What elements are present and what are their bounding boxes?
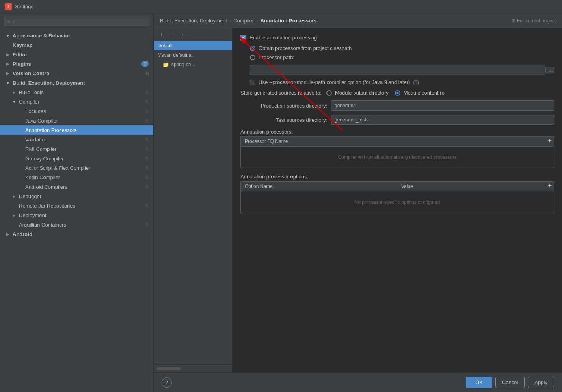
annotation-processor-options-section: Annotation processor options: Option Nam… <box>240 174 554 213</box>
sidebar-item-excludes[interactable]: Excludes ⎘ <box>0 106 153 116</box>
remove-processor-button[interactable]: − <box>167 30 176 39</box>
sidebar-item-kotlin-compiler[interactable]: Kotlin Compiler ⎘ <box>0 173 153 182</box>
sidebar-item-validation[interactable]: Validation ⎘ <box>0 135 153 144</box>
title-bar: I Settings <box>0 0 562 13</box>
apply-button[interactable]: Apply <box>528 377 554 388</box>
expand-arrow-icon <box>17 136 24 143</box>
copy-icon: ⎘ <box>146 203 149 208</box>
processor-list-item-default[interactable]: Default <box>154 41 232 50</box>
expand-arrow-icon: ▼ <box>5 80 11 86</box>
annotation-processors-title: Annotation processors: <box>240 129 554 135</box>
module-content-label[interactable]: Module content ro <box>395 90 445 96</box>
test-sources-input[interactable] <box>331 115 554 125</box>
right-panel: Build, Execution, Deployment › Compiler … <box>154 13 562 392</box>
sidebar-item-rmi-compiler[interactable]: RMI Compiler ⎘ <box>0 144 153 154</box>
module-output-label[interactable]: Module output directory <box>326 90 389 96</box>
expand-arrow-icon: ▶ <box>11 193 17 199</box>
obtain-from-classpath-radio[interactable] <box>250 46 255 51</box>
sidebar-item-arquillian[interactable]: Arquillian Containers ⎘ <box>0 220 153 229</box>
copy-icon: ⎘ <box>146 147 149 151</box>
search-box[interactable]: ⌕ <box>4 17 149 26</box>
expand-arrow-icon <box>17 127 24 133</box>
breadcrumb-sep2: › <box>256 18 258 24</box>
processor-options-empty-row: No processor-specific options configured <box>241 191 554 213</box>
annotation-processor-options-table-wrapper: Option Name Value No processor-specific … <box>240 181 554 213</box>
enable-annotation-processing-checkbox[interactable] <box>240 35 246 41</box>
app-icon: I <box>5 3 12 10</box>
expand-arrow-icon: ▼ <box>11 98 17 105</box>
value-header: Value <box>397 182 554 191</box>
expand-arrow-icon <box>5 42 11 48</box>
processor-path-input[interactable] <box>250 65 545 75</box>
module-content-radio[interactable] <box>395 90 400 96</box>
main-content: ⌕ ▼ Appearance & Behavior Keymap ▶ Edito… <box>0 13 562 392</box>
sidebar-item-build-execution[interactable]: ▼ Build, Execution, Deployment <box>0 78 153 87</box>
split-panel: + − → Default Maven default a… 📁 <box>154 28 562 372</box>
navigate-processor-button[interactable]: → <box>177 30 186 39</box>
processor-path-radio[interactable] <box>250 55 255 60</box>
expand-arrow-icon <box>17 165 24 171</box>
horizontal-scrollbar[interactable] <box>157 367 181 370</box>
use-processor-module-path-checkbox[interactable] <box>250 80 255 85</box>
expand-arrow-icon: ▶ <box>11 89 17 95</box>
expand-arrow-icon: ▶ <box>5 70 11 76</box>
copy-icon: ⎘ <box>146 71 149 76</box>
processor-list-item-maven[interactable]: Maven default a… <box>154 50 232 60</box>
window-title: Settings <box>15 4 33 9</box>
sidebar-item-android[interactable]: ▶ Android <box>0 229 153 239</box>
sidebar-item-version-control[interactable]: ▶ Version Control ⎘ <box>0 69 153 78</box>
copy-icon: ⎘ <box>146 175 149 180</box>
breadcrumb-bar: Build, Execution, Deployment › Compiler … <box>154 13 562 28</box>
processor-path-label[interactable]: Processor path: <box>250 54 554 60</box>
processor-list-item-spring[interactable]: 📁 spring-ca… <box>154 60 232 69</box>
breadcrumb-sep1: › <box>229 18 231 24</box>
annotation-processors-table: Processor FQ Name Compiler will run all … <box>240 136 554 168</box>
help-button[interactable]: ? <box>162 377 172 388</box>
copy-icon: ⎘ <box>146 137 149 142</box>
search-input[interactable] <box>13 19 146 24</box>
sidebar-item-keymap[interactable]: Keymap <box>0 40 153 50</box>
action-buttons: OK Cancel Apply <box>466 377 554 388</box>
sidebar-item-build-tools[interactable]: ▶ Build Tools ⎘ <box>0 87 153 97</box>
cancel-button[interactable]: Cancel <box>495 377 525 388</box>
sidebar-item-deployment[interactable]: ▶ Deployment <box>0 210 153 220</box>
bottom-bar: ? OK Cancel Apply <box>154 372 562 392</box>
expand-arrow-icon <box>17 155 24 162</box>
sidebar-item-compiler[interactable]: ▼ Compiler ⎘ <box>0 97 153 106</box>
config-area: Enable annotation processing Obtain proc… <box>233 28 562 372</box>
annotation-processors-empty-message: Compiler will run all automatically disc… <box>241 147 554 168</box>
add-annotation-processor-button[interactable]: + <box>545 136 554 145</box>
add-processor-option-button[interactable]: + <box>545 181 554 190</box>
module-output-radio[interactable] <box>326 90 332 96</box>
copy-icon: ⎘ <box>146 99 149 104</box>
sidebar-item-android-compilers[interactable]: Android Compilers ⎘ <box>0 182 153 191</box>
processor-list-pane: + − → Default Maven default a… 📁 <box>154 28 233 372</box>
sidebar-item-debugger[interactable]: ▶ Debugger <box>0 191 153 201</box>
sidebar-item-appearance[interactable]: ▼ Appearance & Behavior <box>0 31 153 40</box>
enable-annotation-processing-label[interactable]: Enable annotation processing <box>240 35 317 41</box>
store-generated-sources-row: Store generated sources relative to: Mod… <box>240 90 554 96</box>
sidebar-item-plugins[interactable]: ▶ Plugins 1 <box>0 59 153 69</box>
add-processor-button[interactable]: + <box>157 30 166 39</box>
copy-icon: ⎘ <box>146 156 149 161</box>
copy-icon: ⎘ <box>146 109 149 113</box>
copy-icon: ⎘ <box>146 184 149 189</box>
processor-fq-name-header: Processor FQ Name <box>241 137 554 147</box>
expand-arrow-icon <box>17 174 24 180</box>
expand-arrow-icon <box>11 203 17 209</box>
sidebar-item-remote-jar[interactable]: Remote Jar Repositories ⎘ <box>0 201 153 210</box>
browse-button[interactable]: … <box>545 67 554 73</box>
sidebar-item-editor[interactable]: ▶ Editor <box>0 50 153 59</box>
source-options-group: Obtain processors from project classpath… <box>250 45 554 60</box>
for-current-project: ⊞ For current project <box>512 18 556 24</box>
sidebar-item-groovy-compiler[interactable]: Groovy Compiler ⎘ <box>0 154 153 163</box>
sidebar-item-annotation-processors[interactable]: Annotation Processors ⎘ <box>0 125 153 135</box>
production-sources-input[interactable] <box>331 100 554 111</box>
sidebar: ⌕ ▼ Appearance & Behavior Keymap ▶ Edito… <box>0 13 154 392</box>
ok-button[interactable]: OK <box>466 377 492 388</box>
help-tooltip-icon: (?) <box>413 80 419 85</box>
project-icon: ⊞ <box>512 18 515 24</box>
obtain-from-classpath-label[interactable]: Obtain processors from project classpath <box>250 45 554 51</box>
sidebar-item-actionscript[interactable]: ActionScript & Flex Compiler ⎘ <box>0 163 153 173</box>
sidebar-item-java-compiler[interactable]: Java Compiler ⎘ <box>0 116 153 125</box>
